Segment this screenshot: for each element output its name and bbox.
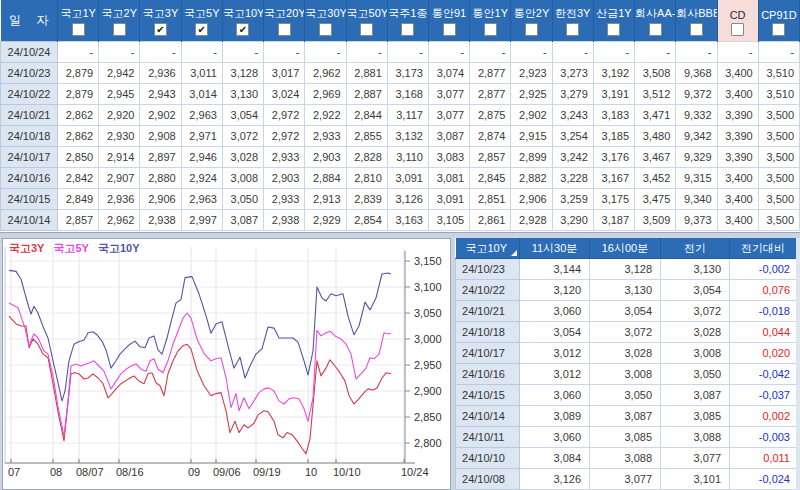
column-checkbox-국고20Y[interactable] (278, 23, 291, 36)
column-header-국고50Y[interactable]: 국고50Y (346, 0, 387, 22)
column-checkbox-국고50Y[interactable] (360, 23, 373, 36)
value-cell: 3,088 (590, 448, 661, 469)
column-checkbox-cell[interactable]: ✔ (181, 22, 222, 42)
value-cell: 9,368 (676, 63, 717, 84)
column-checkbox-cell[interactable] (758, 22, 799, 42)
column-checkbox-통안91[interactable] (443, 23, 456, 36)
column-checkbox-국주1종[interactable] (401, 23, 414, 36)
column-checkbox-통안2Y[interactable] (525, 23, 538, 36)
column-checkbox-CD[interactable] (731, 23, 744, 36)
value-cell: 2,907 (99, 168, 140, 189)
column-checkbox-cell[interactable] (676, 22, 717, 42)
column-checkbox-국고1Y[interactable] (72, 23, 85, 36)
column-checkbox-cell[interactable] (428, 22, 469, 42)
value-cell: 2,962 (99, 210, 140, 231)
column-checkbox-국고3Y[interactable]: ✔ (154, 23, 167, 36)
value-cell: 2,877 (470, 84, 511, 105)
table-row: 24/10/182,8622,9302,9082,9713,0722,9722,… (1, 126, 800, 147)
column-checkbox-cell[interactable]: ✔ (222, 22, 263, 42)
column-header-통안1Y[interactable]: 통안1Y (470, 0, 511, 22)
value-cell: 2,902 (140, 105, 181, 126)
value-cell: 3,480 (635, 126, 676, 147)
column-header-통안2Y[interactable]: 통안2Y (511, 0, 552, 22)
column-checkbox-CP91D[interactable] (772, 23, 785, 36)
value-cell: 2,854 (346, 210, 387, 231)
column-checkbox-cell[interactable] (346, 22, 387, 42)
value-cell: 2,861 (470, 210, 511, 231)
value-cell: 2,922 (305, 105, 346, 126)
value-cell: 3,060 (520, 301, 590, 322)
column-checkbox-국고10Y[interactable]: ✔ (236, 23, 249, 36)
column-checkbox-국고5Y[interactable]: ✔ (195, 23, 208, 36)
column-checkbox-cell[interactable] (511, 22, 552, 42)
svg-text:2,800: 2,800 (414, 437, 442, 449)
column-header-국고2Y[interactable]: 국고2Y (99, 0, 140, 22)
value-cell: 3,128 (222, 63, 263, 84)
detail-column-header-전기[interactable]: 전기 (661, 238, 730, 259)
column-checkbox-통안1Y[interactable] (484, 23, 497, 36)
column-header-산금1Y[interactable]: 산금1Y (593, 0, 634, 22)
value-cell: 9,329 (676, 147, 717, 168)
column-checkbox-cell[interactable]: ✔ (140, 22, 181, 42)
column-header-국고5Y[interactable]: 국고5Y (181, 0, 222, 22)
column-header-국고3Y[interactable]: 국고3Y (140, 0, 181, 22)
column-checkbox-cell[interactable] (717, 22, 758, 42)
column-header-통안91[interactable]: 통안91 (428, 0, 469, 22)
column-header-국고1Y[interactable]: 국고1Y (58, 0, 99, 22)
change-cell: -0,024 (730, 469, 797, 490)
value-cell: 2,906 (140, 189, 181, 210)
column-checkbox-cell[interactable] (552, 22, 593, 42)
column-header-회사BBB-[interactable]: 회사BBB- (676, 0, 717, 22)
value-cell: 3,173 (387, 63, 428, 84)
date-cell: 24/10/23 (1, 63, 58, 84)
value-cell: 3,084 (520, 448, 590, 469)
column-checkbox-cell[interactable] (593, 22, 634, 42)
column-checkbox-산금1Y[interactable] (607, 23, 620, 36)
date-cell: 24/10/17 (1, 147, 58, 168)
column-header-CD[interactable]: CD (717, 0, 758, 22)
column-checkbox-cell[interactable] (58, 22, 99, 42)
detail-column-header-국고10Y[interactable]: 국고10Y (456, 238, 520, 259)
date-cell: 24/10/21 (1, 105, 58, 126)
value-cell: 3,012 (520, 343, 590, 364)
value-cell: 2,933 (305, 126, 346, 147)
scrollbar[interactable] (796, 238, 800, 490)
column-header-국고30Y[interactable]: 국고30Y (305, 0, 346, 22)
column-checkbox-회사AA-[interactable] (649, 23, 662, 36)
column-checkbox-cell[interactable] (635, 22, 676, 42)
detail-column-header-16시00분[interactable]: 16시00분 (590, 238, 661, 259)
column-checkbox-cell[interactable] (387, 22, 428, 42)
column-checkbox-한전3Y[interactable] (566, 23, 579, 36)
rates-grid-panel: 일 자국고1Y국고2Y국고3Y국고5Y국고10Y국고20Y국고30Y국고50Y국… (0, 0, 800, 233)
column-header-국고10Y[interactable]: 국고10Y (222, 0, 263, 22)
detail-column-header-전기대비[interactable]: 전기대비 (730, 238, 797, 259)
date-column-header[interactable]: 일 자 (1, 0, 58, 42)
value-cell: 2,938 (264, 210, 305, 231)
value-cell: - (305, 42, 346, 63)
change-cell: 0,044 (730, 322, 797, 343)
column-header-CP91D[interactable]: CP91D (758, 0, 799, 22)
column-header-회사AA-[interactable]: 회사AA- (635, 0, 676, 22)
column-checkbox-국고2Y[interactable] (113, 23, 126, 36)
column-header-한전3Y[interactable]: 한전3Y (552, 0, 593, 22)
value-cell: 3,060 (520, 427, 590, 448)
detail-table-wrap: 국고10Y11시30분16시00분전기전기대비 24/10/233,1443,1… (455, 238, 800, 490)
column-checkbox-cell[interactable] (470, 22, 511, 42)
value-cell: 2,936 (140, 63, 181, 84)
table-row: 24/10/163,0123,0083,050-0,042 (456, 364, 797, 385)
column-header-국고20Y[interactable]: 국고20Y (264, 0, 305, 22)
column-checkbox-cell[interactable] (305, 22, 346, 42)
column-checkbox-회사BBB-[interactable] (690, 23, 703, 36)
value-cell: 9,332 (676, 105, 717, 126)
change-cell: 0,011 (730, 448, 797, 469)
value-cell: 3,087 (661, 385, 730, 406)
detail-column-header-11시30분[interactable]: 11시30분 (520, 238, 590, 259)
column-checkbox-국고30Y[interactable] (319, 23, 332, 36)
column-checkbox-cell[interactable] (264, 22, 305, 42)
value-cell: - (552, 42, 593, 63)
value-cell: 2,877 (470, 63, 511, 84)
date-cell: 24/10/16 (1, 168, 58, 189)
column-checkbox-cell[interactable] (99, 22, 140, 42)
date-cell: 24/10/22 (1, 84, 58, 105)
column-header-국주1종[interactable]: 국주1종 (387, 0, 428, 22)
